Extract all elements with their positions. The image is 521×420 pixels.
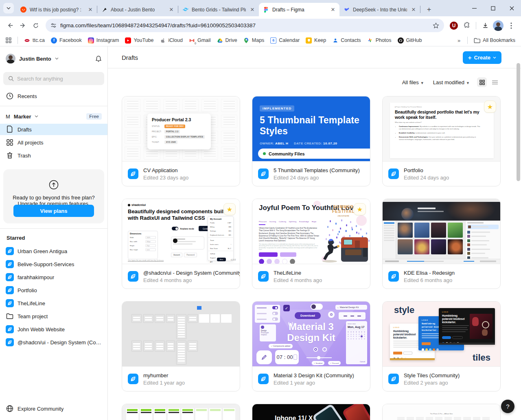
figma-file-icon (6, 299, 14, 307)
sidebar-item-recents[interactable]: Recents (0, 90, 107, 102)
tab-deepseek[interactable]: DeepSeek - Into the Unkn ✕ (339, 3, 420, 16)
sidebar-item-shadcn-design-system[interactable]: @shadcn/ui - Design System (Communi... (0, 337, 107, 348)
file-card-myhumber[interactable]: myhumberEdited 1 year ago (122, 301, 240, 392)
starred-badge[interactable]: ★ (354, 203, 366, 215)
sidebar-item-drafts[interactable]: Drafts (0, 124, 107, 135)
file-card-shadcn-design-system[interactable]: shadcn/ui Beautifully designed component… (122, 199, 240, 289)
browser-menu-icon[interactable] (506, 20, 517, 31)
forward-button[interactable] (17, 20, 28, 31)
file-card-kde-elisa[interactable]: KDE Elisa - RedesignEdited 6 months ago (382, 199, 501, 289)
mention-card (171, 236, 204, 249)
sidebar-item-portfolio[interactable]: Portfolio (0, 284, 107, 296)
file-card-style-tiles[interactable]: style tiles LOGO Humblebrag polaroid bio… (382, 301, 501, 392)
bookmark-icloud[interactable]: iCloud (158, 37, 184, 44)
content-scrollbar[interactable] (517, 63, 520, 181)
url-text[interactable]: figma.com/files/team/1068948724943254947… (60, 22, 429, 28)
bookmark-keep[interactable]: Keep (304, 37, 328, 44)
site-settings-icon[interactable] (50, 22, 57, 28)
file-card-portfolio[interactable]: ■ Project: Building Your Personal Websit… (382, 96, 501, 186)
instagram-icon (88, 37, 94, 44)
file-card-material-3-design-kit[interactable]: ✓ Download ⚙ ← Material Design Kit Mater… (252, 301, 370, 392)
tab-close-icon[interactable]: ✕ (249, 7, 256, 13)
team-switcher[interactable]: M Marker Free (0, 111, 107, 122)
address-bar[interactable]: figma.com/files/team/1068948724943254947… (46, 19, 444, 32)
file-card-partial-3[interactable]: The iPhone 11 Pro — Affiliate Sites (382, 404, 501, 420)
tab-title: Drafts – Figma (272, 7, 326, 13)
github-icon (398, 37, 404, 44)
grid-view-button[interactable] (477, 77, 487, 87)
list-view-button[interactable] (490, 77, 500, 87)
close-window-button[interactable] (502, 0, 521, 16)
chevron-down-icon (35, 115, 38, 118)
tab-about-justin-bento[interactable]: About - Justin Bento ✕ (97, 3, 178, 16)
files-filter-dropdown[interactable]: All files▼ (402, 79, 424, 85)
ublock-extension-icon[interactable]: U (448, 20, 460, 31)
bookmark-ttc[interactable]: ttc.ca (22, 37, 46, 44)
bookmark-photos[interactable]: Photos (366, 37, 393, 44)
sidebar-item-label: Portfolio (18, 287, 37, 293)
bookmark-youtube[interactable]: YouTube (123, 37, 155, 44)
sort-dropdown[interactable]: Last modified▼ (433, 79, 470, 85)
bookmark-gmail[interactable]: 0Gmail (187, 37, 212, 44)
ttc-icon (24, 37, 30, 44)
starred-badge[interactable]: ★ (223, 203, 236, 215)
minimize-button[interactable] (465, 0, 484, 16)
sidebar-item-trash[interactable]: Trash (0, 150, 107, 161)
file-thumbnail: IMPLEMENTED 5 Thumbnail Template Styles … (252, 96, 370, 162)
bookmark-star-icon[interactable] (433, 22, 439, 29)
bookmark-instagram[interactable]: Instagram (86, 37, 121, 44)
bookmark-contacts[interactable]: Contacts (331, 37, 362, 44)
apps-grid-icon[interactable] (4, 35, 13, 46)
file-card-partial-iphone[interactable]: Iphone 11/ X (252, 404, 370, 420)
downloads-icon[interactable] (479, 20, 491, 31)
maximize-button[interactable] (484, 0, 502, 16)
sidebar-item-urban-green-antigua[interactable]: Urban Green Antigua (0, 245, 107, 257)
all-bookmarks-button[interactable]: All Bookmarks (472, 37, 517, 44)
tab-close-icon[interactable]: ✕ (168, 7, 175, 13)
sidebar-item-john-webb-website[interactable]: John Webb Website (0, 324, 107, 335)
search-input[interactable] (3, 72, 104, 85)
tab-close-icon[interactable]: ✕ (87, 7, 94, 13)
bookmark-calendar[interactable]: 6Calendar (269, 37, 301, 44)
tab-bento-grids[interactable]: Bento Grids - Tailwind Plu ✕ (178, 3, 259, 16)
airplane-mode-toggle: Airplane mode (172, 227, 194, 230)
starred-badge[interactable]: ★ (484, 101, 496, 113)
upgrade-arrow-icon (48, 179, 59, 190)
bookmark-facebook[interactable]: fFacebook (49, 37, 83, 44)
explore-community-button[interactable]: Explore Community (0, 403, 107, 414)
help-button[interactable]: ? (501, 400, 514, 413)
tab-close-icon[interactable]: ✕ (330, 7, 336, 13)
photos-icon (367, 37, 373, 44)
checkbox: ✓ (283, 305, 290, 311)
tab-drafts-figma-active[interactable]: Drafts – Figma ✕ (259, 3, 339, 16)
bookmark-label: ttc.ca (33, 37, 45, 43)
profile-avatar[interactable] (493, 20, 504, 31)
view-plans-button[interactable]: View plans (13, 205, 94, 217)
sidebar-item-thelifeline[interactable]: TheLifeLine (0, 298, 107, 309)
extensions-puzzle-icon[interactable] (461, 20, 473, 31)
bookmark-label: iCloud (169, 37, 183, 43)
file-card-partial-1[interactable] (122, 404, 240, 420)
new-tab-button[interactable]: ＋ (424, 4, 434, 14)
account-switcher[interactable]: Justin Bento (0, 53, 107, 64)
file-thumbnail: Iphone 11/ X (252, 404, 370, 420)
notifications-bell-icon[interactable] (95, 55, 102, 62)
create-button[interactable]: +Create (463, 51, 501, 64)
bookmark-label: Instagram (96, 37, 119, 43)
file-card-cv-application[interactable]: Producer Portal 2.3 STATUS:READY FOR DEV… (122, 96, 240, 186)
bookmarks-overflow-chevron[interactable]: » (458, 37, 460, 44)
reload-button[interactable] (30, 20, 42, 31)
bookmark-drive[interactable]: Drive (215, 37, 239, 44)
bookmark-github[interactable]: GitHub (396, 37, 424, 44)
back-button[interactable] (4, 20, 15, 31)
file-card-5-thumbnail-templates[interactable]: IMPLEMENTED 5 Thumbnail Template Styles … (252, 96, 370, 186)
bookmark-maps[interactable]: Maps (242, 37, 266, 44)
tab-reddit[interactable]: Wtf is this job posting? : ✕ (16, 3, 97, 16)
sidebar-item-belive-support-services[interactable]: Belive-Support-Services (0, 258, 107, 270)
tab-close-icon[interactable]: ✕ (410, 7, 417, 13)
sidebar-item-farahhakimpour[interactable]: farahhakimpour (0, 271, 107, 283)
sidebar-item-team-project[interactable]: Team project (0, 311, 107, 322)
tab-search-button[interactable] (3, 3, 14, 13)
file-card-thelifeline[interactable]: Joyful Poem To Youthful Love Pleasant In… (252, 199, 370, 289)
sidebar-item-all-projects[interactable]: All projects (0, 137, 107, 148)
